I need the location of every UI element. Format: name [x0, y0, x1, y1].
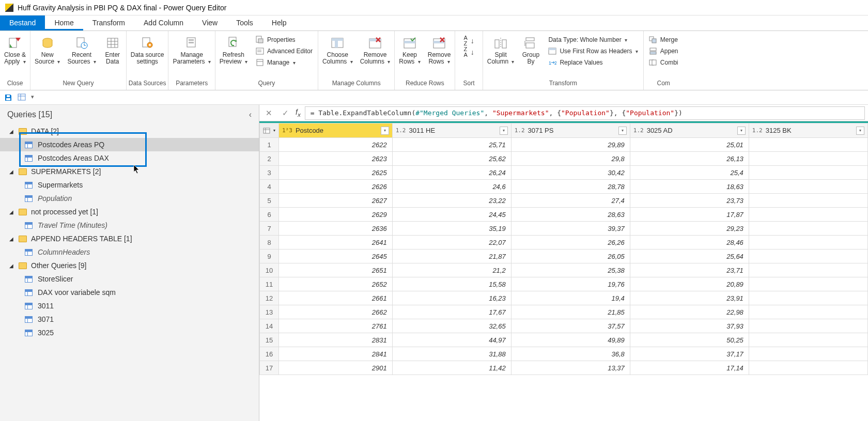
merge-queries-button[interactable]: Merge [646, 34, 681, 45]
cell[interactable]: 17,87 [630, 208, 749, 222]
cell[interactable]: 13,37 [511, 361, 630, 375]
cell[interactable]: 25,62 [392, 152, 511, 166]
row-number[interactable]: 15 [260, 333, 279, 347]
column-filter-icon[interactable]: ▾ [618, 127, 627, 135]
tree-group[interactable]: ◢APPEND HEADERS TABLE [1] [0, 232, 259, 245]
cell[interactable]: 2841 [279, 347, 393, 361]
choose-columns-button[interactable]: ChooseColumns [319, 33, 356, 67]
query-item[interactable]: StoreSlicer [0, 272, 259, 286]
enter-data-button[interactable]: EnterData [100, 33, 125, 67]
cell[interactable]: 2623 [279, 152, 393, 166]
tab-view[interactable]: View [193, 15, 227, 30]
tree-group[interactable]: ◢DATA [2] [0, 124, 259, 138]
cell[interactable] [749, 194, 867, 208]
cell[interactable]: 28,78 [511, 180, 630, 194]
collapse-sidebar-icon[interactable]: ‹ [249, 110, 252, 119]
tree-group[interactable]: ◢Other Queries [9] [0, 259, 259, 272]
tab-help[interactable]: Help [262, 15, 296, 30]
cell[interactable]: 21,85 [511, 305, 630, 319]
cell[interactable]: 37,93 [630, 319, 749, 333]
cell[interactable]: 25,4 [630, 166, 749, 180]
cell[interactable]: 26,26 [511, 236, 630, 250]
row-number[interactable]: 8 [260, 236, 279, 250]
commit-formula-icon[interactable]: ✓ [279, 108, 291, 118]
properties-button[interactable]: Properties [253, 34, 316, 45]
column-header[interactable]: 1.23011 HE▾ [392, 123, 511, 138]
cell[interactable] [749, 222, 867, 236]
column-header[interactable]: 1.23125 BK▾ [749, 123, 867, 138]
cell[interactable]: 37,17 [630, 347, 749, 361]
query-item[interactable]: Travel Time (Minutes) [0, 219, 259, 232]
cell[interactable]: 25,38 [511, 263, 630, 277]
append-queries-button[interactable]: Appen [646, 45, 681, 57]
cell[interactable]: 2626 [279, 180, 393, 194]
cell[interactable]: 28,63 [511, 208, 630, 222]
row-number[interactable]: 17 [260, 361, 279, 375]
cell[interactable]: 16,23 [392, 291, 511, 305]
cell[interactable]: 29,8 [511, 152, 630, 166]
cell[interactable] [749, 152, 867, 166]
tree-group[interactable]: ◢SUPERMARKETS [2] [0, 165, 259, 178]
cell[interactable] [749, 347, 867, 361]
cell[interactable]: 2901 [279, 361, 393, 375]
cell[interactable]: 27,4 [511, 194, 630, 208]
cell[interactable]: 2831 [279, 333, 393, 347]
cell[interactable]: 21,87 [392, 250, 511, 263]
query-item[interactable]: Population [0, 192, 259, 205]
sort-asc-button[interactable]: AZ↓ [460, 35, 477, 46]
close-apply-button[interactable]: Close &Apply [1, 33, 29, 67]
row-number[interactable]: 16 [260, 347, 279, 361]
formula-input[interactable]: = Table.ExpandTableColumn(#"Merged Queri… [305, 106, 865, 120]
cell[interactable]: 19,4 [511, 291, 630, 305]
cell[interactable]: 2629 [279, 208, 393, 222]
cell[interactable] [749, 180, 867, 194]
column-filter-icon[interactable]: ▾ [737, 127, 746, 135]
tab-tools[interactable]: Tools [227, 15, 262, 30]
cell[interactable]: 2645 [279, 250, 393, 263]
cell[interactable]: 49,89 [511, 333, 630, 347]
cell[interactable]: 19,76 [511, 277, 630, 291]
tree-group[interactable]: ◢not processed yet [1] [0, 205, 259, 219]
column-filter-icon[interactable]: ▾ [381, 127, 389, 135]
cell[interactable]: 30,42 [511, 166, 630, 180]
remove-rows-button[interactable]: RemoveRows [425, 33, 454, 67]
query-item[interactable]: DAX voor variabele sqm [0, 286, 259, 299]
query-item[interactable]: 3025 [0, 326, 259, 339]
cell[interactable] [749, 236, 867, 250]
split-column-button[interactable]: SplitColumn [484, 33, 518, 67]
cell[interactable]: 24,45 [392, 208, 511, 222]
combine-files-button[interactable]: Combi [646, 57, 681, 68]
cell[interactable]: 29,89 [511, 138, 630, 152]
refresh-preview-button[interactable]: RefreshPreview [216, 33, 251, 67]
tab-transform[interactable]: Transform [83, 15, 134, 30]
cell[interactable]: 36,8 [511, 347, 630, 361]
cell[interactable]: 32,65 [392, 319, 511, 333]
row-number[interactable]: 6 [260, 208, 279, 222]
cell[interactable] [749, 291, 867, 305]
cell[interactable] [749, 333, 867, 347]
cell[interactable]: 11,42 [392, 361, 511, 375]
cell[interactable]: 2761 [279, 319, 393, 333]
manage-parameters-button[interactable]: ManageParameters [169, 33, 213, 67]
cell[interactable]: 23,22 [392, 194, 511, 208]
cell[interactable]: 39,37 [511, 222, 630, 236]
query-item[interactable]: Supermarkets [0, 178, 259, 192]
table-corner[interactable]: ▾ [260, 123, 279, 138]
tab-home[interactable]: Home [45, 15, 83, 30]
column-header[interactable]: 1.23071 PS▾ [511, 123, 630, 138]
cell[interactable]: 26,24 [392, 166, 511, 180]
cell[interactable]: 21,2 [392, 263, 511, 277]
manage-button[interactable]: Manage [253, 57, 316, 68]
row-number[interactable]: 9 [260, 250, 279, 263]
cell[interactable]: 22,07 [392, 236, 511, 250]
cell[interactable]: 31,88 [392, 347, 511, 361]
recent-sources-button[interactable]: RecentSources [64, 33, 99, 67]
cell[interactable] [749, 361, 867, 375]
row-number[interactable]: 2 [260, 152, 279, 166]
row-number[interactable]: 1 [260, 138, 279, 152]
column-header[interactable]: 1²3Postcode▾ [279, 123, 393, 138]
cell[interactable]: 17,14 [630, 361, 749, 375]
cell[interactable]: 2651 [279, 263, 393, 277]
cancel-formula-icon[interactable]: ✕ [262, 108, 275, 118]
cell[interactable]: 2661 [279, 291, 393, 305]
